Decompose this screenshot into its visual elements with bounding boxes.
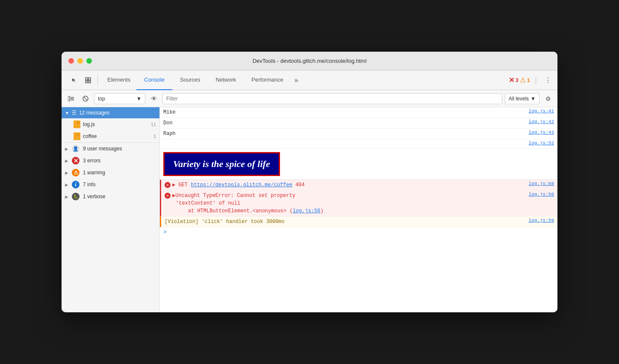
row-link-68[interactable]: log.js:68 [529, 181, 554, 186]
warn-icon: ⚠ [72, 169, 80, 176]
coffee-file-icon [74, 132, 80, 140]
row-text-violation: [Violation] 'click' handler took 3000ms [165, 218, 525, 226]
close-button[interactable] [68, 58, 74, 64]
tab-console[interactable]: Console [136, 70, 172, 90]
warnings-label: 1 warning [83, 170, 105, 176]
row-text-typeerror-1: ▶Uncaught TypeError: Cannot set property [172, 192, 525, 200]
tab-toolbar: Elements Console Sources Network Perform… [62, 70, 557, 90]
console-prompt: > [160, 227, 557, 237]
svg-rect-3 [88, 81, 91, 83]
context-selector[interactable]: top ▼ [94, 93, 145, 104]
svg-line-9 [84, 97, 87, 100]
row-link-59[interactable]: log.js:59 [529, 218, 554, 223]
sidebar-toggle-button[interactable] [65, 93, 77, 105]
tab-performance[interactable]: Performance [244, 70, 291, 90]
group-arrow-icon: ▼ [65, 111, 69, 115]
coffee-filename: coffee [83, 133, 151, 139]
svg-rect-0 [85, 78, 88, 80]
messages-group-header[interactable]: ▼ ☰ 12 messages [62, 107, 159, 118]
console-row-empty: log.js:52 [160, 139, 557, 149]
filter-input[interactable] [162, 93, 502, 104]
log56-link[interactable]: log.js:56 [293, 208, 321, 214]
more-tabs-button[interactable]: » [291, 76, 302, 84]
error-x-sm-icon: ✕ [165, 182, 171, 188]
row-text-get: ▶ GET https://devtools.glitch.me/coffee … [172, 181, 525, 189]
error-badge: ✕ 3 ⚠ 1 [509, 76, 530, 84]
row-text-raph: Raph [163, 130, 525, 138]
logjs-count: 11 [151, 122, 156, 127]
main-content: ▼ ☰ 12 messages log.js 11 coffee 1 ▶ 👤 9… [62, 107, 557, 312]
user-arrow-icon: ▶ [65, 147, 68, 151]
error-count: 3 [516, 77, 519, 83]
minimize-button[interactable] [77, 58, 83, 64]
sidebar-sections: ▶ 👤 9 user messages ▶ ✕ 3 errors ▶ ⚠ 1 w… [62, 142, 159, 203]
user-icon: 👤 [72, 145, 80, 153]
inspect-icon[interactable] [82, 74, 94, 86]
row-link-52[interactable]: log.js:52 [529, 141, 554, 146]
svg-rect-1 [88, 78, 91, 80]
devtools-window: DevTools - devtools.glitch.me/console/lo… [62, 52, 557, 312]
warn-count: 1 [527, 77, 530, 83]
console-output: Mike log.js:41 Don log.js:42 Raph log.js… [160, 107, 557, 312]
toolbar-right: ✕ 3 ⚠ 1 | ⋮ [509, 74, 554, 86]
row-text-typeerror-2: 'textContent' of null [176, 200, 240, 206]
console-row-violation: [Violation] 'click' handler took 3000ms … [160, 217, 557, 227]
tab-sources[interactable]: Sources [172, 70, 208, 90]
error-x-icon: ✕ [509, 76, 514, 84]
coffee-url-link[interactable]: https://devtools.glitch.me/coffee [191, 182, 292, 188]
row-text-mike: Mike [163, 109, 525, 116]
spice-box: Variety is the spice of life [163, 152, 280, 176]
user-messages-label: 9 user messages [83, 146, 122, 152]
row-link-don[interactable]: log.js:42 [529, 119, 554, 124]
console-row-don: Don log.js:42 [160, 118, 557, 129]
row-link-56[interactable]: log.js:56 [529, 192, 554, 197]
verbose-label: 1 verbose [83, 194, 106, 200]
svg-rect-2 [85, 81, 88, 83]
messages-count: 12 messages [79, 110, 109, 116]
row-link-mike[interactable]: log.js:41 [529, 109, 554, 114]
prompt-arrow: > [163, 229, 167, 235]
eye-icon[interactable]: 👁 [148, 93, 160, 105]
spice-text: Variety is the spice of life [173, 159, 270, 169]
errors-label: 3 errors [83, 158, 100, 164]
sidebar: ▼ ☰ 12 messages log.js 11 coffee 1 ▶ 👤 9… [62, 107, 160, 312]
info-label: 7 info [83, 182, 95, 188]
window-controls [68, 58, 92, 64]
clear-console-button[interactable] [80, 93, 91, 105]
console-row-get-error: ✕ ▶ GET https://devtools.glitch.me/coffe… [160, 180, 557, 191]
sidebar-errors[interactable]: ▶ ✕ 3 errors [62, 155, 159, 167]
levels-chevron-icon: ▼ [531, 96, 536, 102]
warn-triangle-icon: ⚠ [520, 76, 526, 84]
errors-arrow-icon: ▶ [65, 159, 68, 163]
logjs-file-icon [74, 120, 80, 128]
row-link-raph[interactable]: log.js:43 [529, 130, 554, 135]
sidebar-item-logjs[interactable]: log.js 11 [62, 118, 159, 130]
context-value: top [98, 96, 105, 102]
row-text-typeerror-3: at HTMLButtonElement.<anonymous> (log.js… [176, 208, 324, 214]
sidebar-warnings[interactable]: ▶ ⚠ 1 warning [62, 167, 159, 179]
logjs-filename: log.js [83, 121, 148, 127]
sidebar-info[interactable]: ▶ i 7 info [62, 179, 159, 191]
tab-elements[interactable]: Elements [101, 70, 136, 90]
console-row-typeerror: ✕ ▶Uncaught TypeError: Cannot set proper… [160, 191, 557, 217]
verbose-arrow-icon: ▶ [65, 194, 68, 199]
titlebar: DevTools - devtools.glitch.me/console/lo… [62, 52, 557, 70]
settings-button[interactable]: ⋮ [542, 74, 554, 86]
levels-value: All levels [509, 96, 529, 102]
error-x-sm-2-icon: ✕ [165, 193, 171, 199]
sidebar-verbose[interactable]: ▶ 🐛 1 verbose [62, 191, 159, 203]
console-settings-button[interactable]: ⚙ [542, 93, 554, 105]
pointer-icon[interactable] [68, 74, 80, 86]
sidebar-item-coffee[interactable]: coffee 1 [62, 130, 159, 142]
chevron-down-icon: ▼ [136, 96, 141, 102]
sidebar-user-messages[interactable]: ▶ 👤 9 user messages [62, 143, 159, 155]
console-row-spice: Variety is the spice of life [160, 149, 557, 180]
verbose-icon: 🐛 [72, 193, 80, 200]
levels-selector[interactable]: All levels ▼ [505, 93, 539, 104]
info-arrow-icon: ▶ [65, 182, 68, 187]
tab-network[interactable]: Network [208, 70, 244, 90]
console-row-raph: Raph log.js:43 [160, 129, 557, 139]
coffee-count: 1 [153, 134, 156, 139]
console-toolbar: top ▼ 👁 All levels ▼ ⚙ [62, 90, 557, 107]
maximize-button[interactable] [86, 58, 92, 64]
